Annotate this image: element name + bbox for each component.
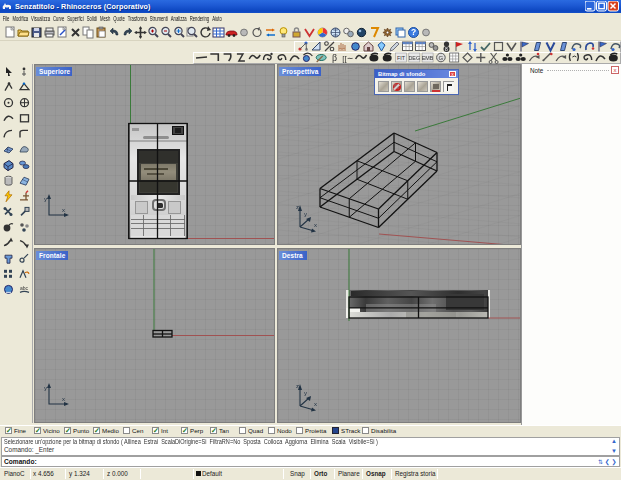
svg-text:abc: abc: [20, 285, 29, 291]
svg-text:z: z: [296, 383, 299, 389]
svg-text:x: x: [62, 396, 65, 402]
svg-text:y: y: [304, 211, 307, 217]
svg-text:FIT: FIT: [397, 55, 406, 61]
svg-text:y: y: [44, 385, 47, 391]
svg-text:β: β: [332, 52, 337, 63]
svg-text:?: ?: [411, 27, 416, 37]
svg-text:x: x: [62, 207, 65, 213]
svg-text:z: z: [296, 204, 299, 210]
svg-text:x: x: [314, 222, 317, 228]
svg-text:y: y: [304, 390, 307, 396]
svg-text:G: G: [439, 55, 444, 61]
svg-text:DEG: DEG: [408, 55, 420, 61]
svg-text:x: x: [314, 401, 317, 407]
svg-text:EMB: EMB: [422, 55, 434, 61]
svg-text:[[∼: [[∼: [342, 54, 353, 63]
svg-text:y: y: [44, 196, 47, 202]
